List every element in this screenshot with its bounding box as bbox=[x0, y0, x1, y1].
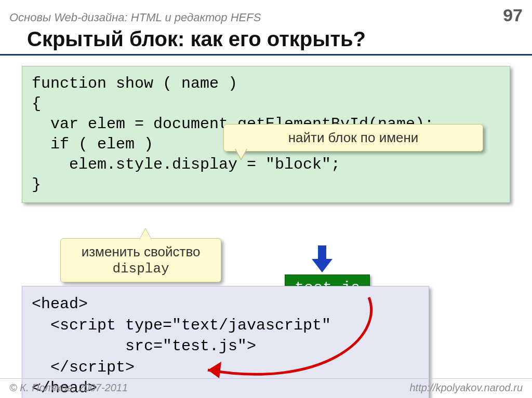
callout-tail-icon bbox=[140, 229, 151, 239]
subject-text: Основы Web-дизайна: HTML и редактор HEFS bbox=[9, 11, 261, 24]
callout-line: изменить свойство bbox=[82, 244, 201, 259]
page-number: 97 bbox=[503, 5, 523, 25]
callout-tail-icon bbox=[235, 148, 247, 159]
copyright-text: © К. Поляков, 2007-2011 bbox=[9, 382, 128, 394]
slide-header: Основы Web-дизайна: HTML и редактор HEFS… bbox=[0, 0, 532, 25]
callout-change-display: изменить свойство display bbox=[60, 238, 221, 282]
slide-title: Скрытый блок: как его открыть? bbox=[0, 25, 532, 56]
arrow-down-icon bbox=[312, 245, 332, 273]
callout-find-block: найти блок по имени bbox=[223, 124, 483, 152]
footer-url: http://kpolyakov.narod.ru bbox=[409, 382, 523, 394]
callout-line: display bbox=[112, 261, 169, 277]
slide-footer: © К. Поляков, 2007-2011 http://kpolyakov… bbox=[0, 378, 532, 394]
slide-content: function show ( name ) { var elem = docu… bbox=[0, 66, 532, 398]
